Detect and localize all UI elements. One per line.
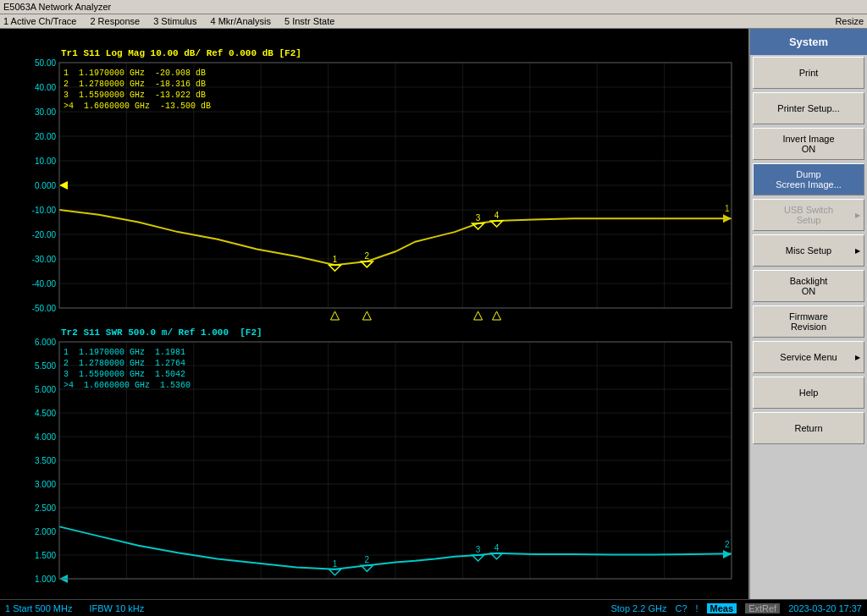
plot-canvas[interactable] [0,29,748,599]
status-bar: 1 Start 500 MHz IFBW 10 kHz Stop 2.2 GHz… [0,599,867,616]
sidebar: System Print Printer Setup... Invert Ima… [748,29,867,599]
status-ifbw: IFBW 10 kHz [89,603,144,613]
menu-stimulus[interactable]: 3 Stimulus [153,16,196,26]
menu-mkr[interactable]: 4 Mkr/Analysis [210,16,271,26]
status-right: Stop 2.2 GHz C? ! Meas ExtRef 2023-03-20… [610,603,862,613]
invert-image-button[interactable]: Invert Image ON [753,128,864,160]
usb-switch-button[interactable]: USB Switch Setup [753,199,864,231]
app-title: E5063A Network Analyzer [3,2,111,12]
title-bar: E5063A Network Analyzer [0,0,867,14]
main-content: System Print Printer Setup... Invert Ima… [0,29,867,599]
menu-instr[interactable]: 5 Instr State [284,16,334,26]
printer-setup-button[interactable]: Printer Setup... [753,92,864,124]
dump-screen-button[interactable]: Dump Screen Image... [753,163,864,195]
help-button[interactable]: Help [753,377,864,409]
menu-active-ch[interactable]: 1 Active Ch/Trace [3,16,76,26]
firmware-revision-button[interactable]: Firmware Revision [753,305,864,338]
sidebar-title: System [750,29,867,55]
extref-badge: ExtRef [745,603,780,613]
backlight-button[interactable]: Backlight ON [753,270,864,302]
status-stop: Stop 2.2 GHz [610,603,666,613]
status-marker-c: C? [675,603,687,613]
meas-badge: Meas [707,603,737,613]
misc-setup-button[interactable]: Misc Setup [753,234,864,267]
return-button[interactable]: Return [753,412,864,444]
print-button[interactable]: Print [753,57,864,89]
datetime: 2023-03-20 17:37 [788,603,862,613]
plot-area [0,29,748,599]
status-exclaim: ! [696,603,699,613]
menu-resize[interactable]: Resize [835,16,864,26]
service-menu-button[interactable]: Service Menu [753,341,864,373]
status-start: 1 Start 500 MHz [5,603,72,613]
menu-response[interactable]: 2 Response [90,16,140,26]
menu-bar: 1 Active Ch/Trace 2 Response 3 Stimulus … [0,14,867,29]
